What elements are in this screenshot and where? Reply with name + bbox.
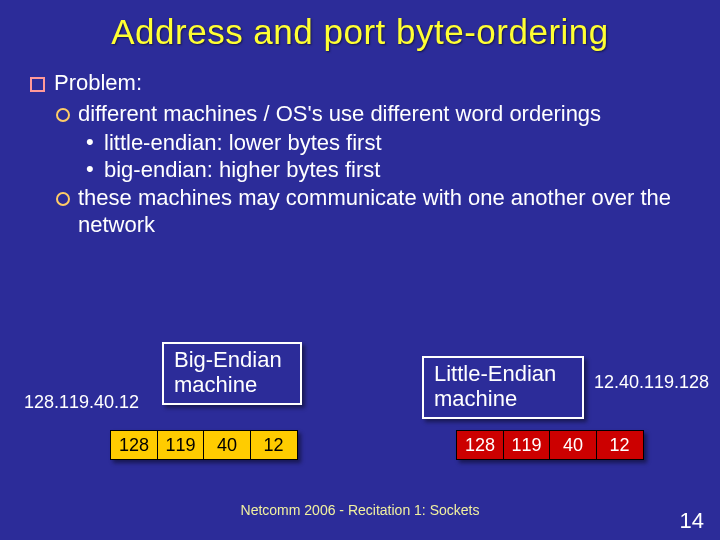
bullet-communicate: these machines may communicate with one … bbox=[28, 185, 692, 239]
ip-address-left: 128.119.40.12 bbox=[24, 392, 139, 413]
byte-cell: 128 bbox=[110, 430, 158, 460]
bullet-diff-orderings: different machines / OS's use different … bbox=[28, 101, 692, 128]
little-endian-bytes: 128 119 40 12 bbox=[456, 430, 644, 460]
slide-footer: Netcomm 2006 - Recitation 1: Sockets bbox=[0, 502, 720, 518]
byte-cell: 40 bbox=[203, 430, 251, 460]
slide-body: Problem: different machines / OS's use d… bbox=[28, 70, 692, 239]
slide-title: Address and port byte-ordering bbox=[28, 12, 692, 52]
little-endian-box: Little-Endian machine bbox=[422, 356, 584, 419]
big-endian-bytes: 128 119 40 12 bbox=[110, 430, 298, 460]
page-number: 14 bbox=[680, 508, 704, 534]
bullet-problem: Problem: bbox=[28, 70, 692, 97]
ip-address-right: 12.40.119.128 bbox=[594, 372, 709, 393]
byte-cell-wrong: 40 bbox=[549, 430, 597, 460]
byte-cell: 119 bbox=[157, 430, 205, 460]
bullet-little-endian: little-endian: lower bytes first bbox=[28, 130, 692, 157]
slide: Address and port byte-ordering Problem: … bbox=[0, 0, 720, 540]
byte-cell-wrong: 128 bbox=[456, 430, 504, 460]
byte-cell: 12 bbox=[250, 430, 298, 460]
endian-diagram: Big-Endian machine Little-Endian machine… bbox=[24, 342, 696, 482]
byte-cell-wrong: 119 bbox=[503, 430, 551, 460]
byte-cell-wrong: 12 bbox=[596, 430, 644, 460]
bullet-big-endian: big-endian: higher bytes first bbox=[28, 157, 692, 184]
big-endian-box: Big-Endian machine bbox=[162, 342, 302, 405]
